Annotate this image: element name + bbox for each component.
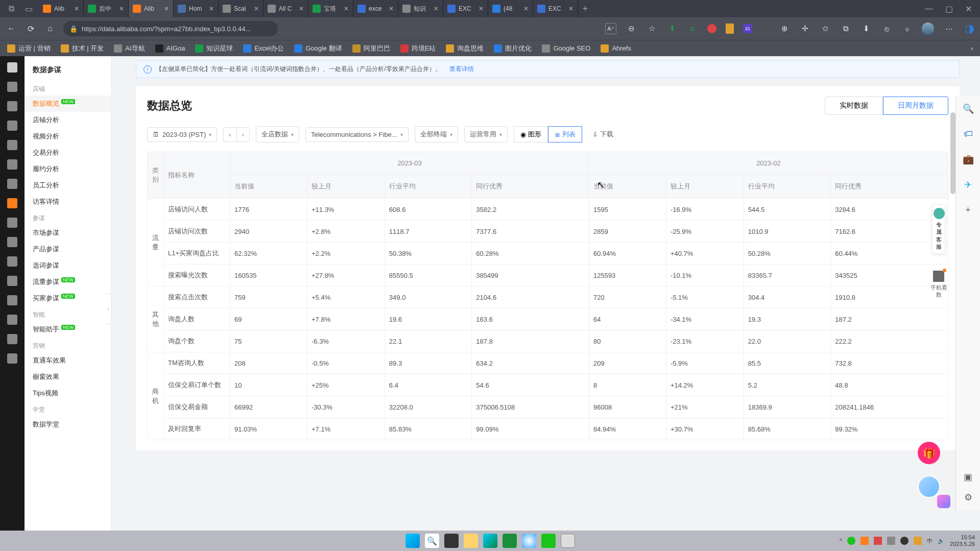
tray-app2-icon[interactable] [861,537,869,545]
rail-doc-icon[interactable] [7,256,17,267]
sidebar-item[interactable]: 买家参谋NEW [25,290,111,306]
ext1-icon[interactable]: ⬇ [666,23,678,34]
taskview-button[interactable] [444,534,459,548]
browser-tab[interactable]: Hom✕ [174,0,219,17]
bookmark-item[interactable]: AIGoa [155,44,185,53]
sidebar-item[interactable]: 数据概览NEW [25,95,111,112]
workspaces-icon[interactable]: ⧉ [4,2,18,16]
rail-home-icon[interactable] [7,82,17,92]
vertical-scrollbar[interactable] [950,112,955,194]
close-tab-icon[interactable]: ✕ [254,5,259,12]
taskbar-clock[interactable]: 15:54 2023.5.26 [950,534,975,547]
browser-tab[interactable]: (48✕ [488,0,533,17]
rail-shield-icon[interactable] [7,121,17,131]
rail-heart-icon[interactable] [7,334,17,344]
tab-actions-icon[interactable]: ▭ [21,2,36,16]
view-list-button[interactable]: ≣ 列表 [548,126,582,142]
ext7-icon[interactable]: ⊕ [779,23,790,34]
ai-fab[interactable] [937,495,950,508]
bookmark-item[interactable]: Excel办公 [243,44,284,53]
bookmark-item[interactable]: Google 翻译 [294,44,342,53]
rail-bank-icon[interactable] [7,315,17,325]
browser-tab[interactable]: exce✕ [353,0,398,17]
sidebar-item[interactable]: 橱窗效果 [25,369,111,385]
ext8-icon[interactable]: ⎋ [881,23,892,34]
close-tab-icon[interactable]: ✕ [74,5,79,12]
ext6-icon[interactable] [761,25,770,33]
bookmark-item[interactable]: 知识星球 [195,44,233,53]
back-button[interactable]: ← [5,24,17,33]
bookmark-item[interactable]: Ahrefs [601,44,631,53]
sidebar-item[interactable]: Tips视频 [25,385,111,401]
browser-tab[interactable]: All C✕ [264,0,308,17]
customer-service-widget[interactable]: 专属客服 [932,204,945,254]
bookmark-item[interactable]: AI导航 [114,44,145,53]
sidebar-item[interactable]: 流量参谋NEW [25,274,111,290]
close-tab-icon[interactable]: ✕ [344,5,349,12]
refresh-button[interactable]: ⟳ [25,24,37,34]
briefcase-icon[interactable]: 💼 [963,154,974,165]
tray-shield-icon[interactable] [914,537,922,545]
sidebar-item[interactable]: 履约分析 [25,161,111,177]
ext4-icon[interactable] [726,23,734,34]
tag-icon[interactable]: 🏷 [964,129,973,139]
bookmark-item[interactable]: 询盘思维 [446,44,484,53]
close-tab-icon[interactable]: ✕ [523,5,529,12]
tab-period[interactable]: 日周月数据 [883,97,948,115]
search-button[interactable]: 🔍 [425,534,439,548]
bookmark-item[interactable]: 阿里巴巴 [352,44,390,53]
close-tab-icon[interactable]: ✕ [119,5,124,12]
extensions-icon[interactable]: ✢ [799,23,810,34]
browser-tab[interactable]: Scal✕ [219,0,264,17]
close-tab-icon[interactable]: ✕ [479,5,484,12]
downloads-icon[interactable]: ⬇ [861,23,872,34]
rail-video-icon[interactable] [7,159,17,170]
start-button[interactable] [405,534,420,548]
settings-icon[interactable]: ⚙ [964,492,972,503]
tray-app4-icon[interactable] [887,537,895,545]
tray-ime-icon[interactable]: 中 [927,537,933,545]
prev-button[interactable]: ‹ [224,128,236,141]
rail-shop-icon[interactable] [7,101,17,111]
browser-tab[interactable]: Alib✕ [39,0,84,17]
ext2-icon[interactable]: ≡ [687,23,698,34]
add-tool-icon[interactable]: + [965,205,971,215]
close-tab-icon[interactable]: ✕ [299,5,304,12]
view-chart-button[interactable]: ◉ 图形 [514,126,548,142]
read-aloud-icon[interactable]: A⁺ [605,23,616,34]
copilot-icon[interactable]: ◑ [964,23,975,34]
home-button[interactable]: ⌂ [44,24,56,33]
close-tab-icon[interactable]: ✕ [209,5,214,12]
date-select[interactable]: 🗓 2023-03 (PST) ▾ [147,127,217,142]
sidebar-item[interactable]: 直通车效果 [25,352,111,369]
mobile-qr-widget[interactable]: 手机看数 [929,271,948,299]
close-window-icon[interactable]: ✕ [965,4,972,14]
rail-person-icon[interactable] [7,218,17,228]
tray-chevron-icon[interactable]: ^ [840,538,842,544]
download-button[interactable]: ⇩ 下载 [592,130,613,139]
next-button[interactable]: › [237,128,249,141]
tray-volume-icon[interactable]: 🔊 [938,538,945,544]
profile-avatar[interactable] [922,22,934,35]
url-field[interactable]: 🔒 https://data.alibaba.com/?spm=a27bb.in… [63,21,278,36]
explorer-icon[interactable] [464,534,478,548]
screenshot-icon[interactable]: ⟐ [901,23,913,34]
sidebar-item[interactable]: 选词参谋 [25,257,111,274]
ext3-icon[interactable] [707,24,716,33]
excel-icon[interactable] [503,534,517,548]
rail-chat-icon[interactable] [7,179,17,189]
favorites-bar-icon[interactable]: ✩ [820,23,831,34]
search-icon[interactable]: 🔍 [963,103,974,114]
close-tab-icon[interactable]: ✕ [434,5,439,12]
more-icon[interactable]: ⋯ [943,23,954,34]
tab-realtime[interactable]: 实时数据 [825,97,883,115]
rail-bag-icon[interactable] [7,353,17,364]
sidebar-item[interactable]: 数据学堂 [25,416,111,433]
tray-qq-icon[interactable] [900,537,909,545]
gift-fab[interactable]: 🎁 [918,442,940,464]
close-tab-icon[interactable]: ✕ [164,5,169,12]
close-tab-icon[interactable]: ✕ [568,5,573,12]
category-select[interactable]: Telecommunications > Fibe... ▾ [305,127,409,142]
browser-tab[interactable]: Alib✕ [129,0,174,17]
bookmarks-overflow-icon[interactable]: › [971,44,973,52]
